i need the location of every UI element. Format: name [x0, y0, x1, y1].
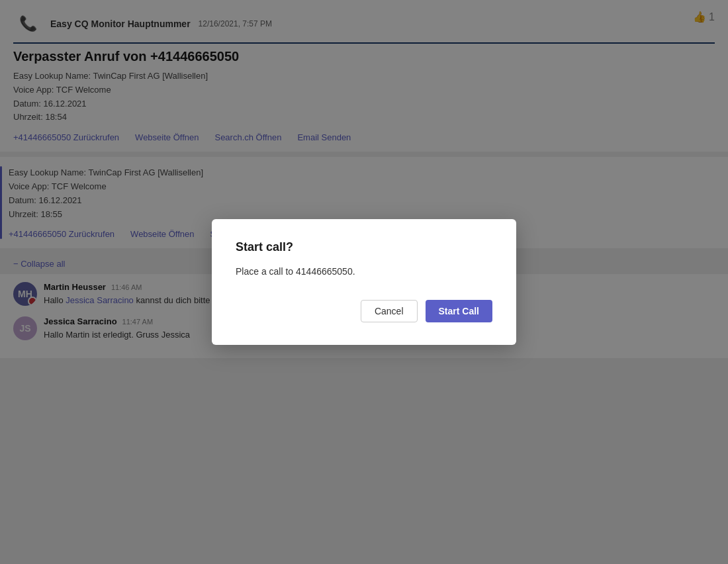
cancel-button[interactable]: Cancel: [361, 300, 418, 322]
dialog-body: Place a call to 41446665050.: [236, 265, 492, 279]
dialog-title: Start call?: [236, 240, 492, 254]
start-call-button[interactable]: Start Call: [426, 300, 492, 322]
modal-overlay: Start call? Place a call to 41446665050.…: [0, 0, 728, 564]
start-call-dialog: Start call? Place a call to 41446665050.…: [212, 219, 516, 345]
dialog-actions: Cancel Start Call: [236, 300, 492, 322]
